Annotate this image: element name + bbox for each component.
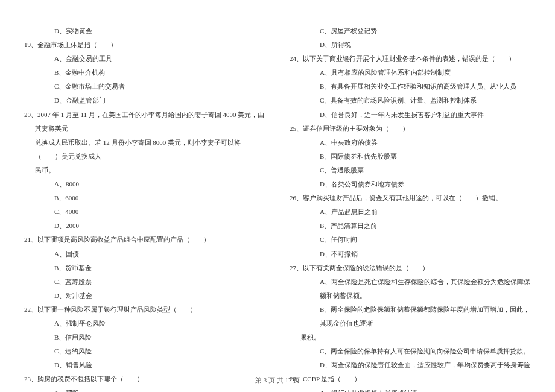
option-d: D、所得税 — [290, 38, 531, 52]
option-b: B、国际债券和优先股股票 — [290, 150, 531, 163]
option-a: A、8000 — [24, 177, 265, 191]
option-a: A、国债 — [24, 247, 265, 261]
option-b: B、两全保险的危险保额和储蓄保额都随保险年度的增加而增加，因此，其现金价值也逐渐 — [290, 303, 531, 330]
option-d: D、两全保险的保险责任较全面，适应性较广，年均保费要高于终身寿险 — [290, 358, 531, 372]
option-d: D、各类公司债券和地方债券 — [290, 177, 531, 191]
option-d: D、2000 — [24, 219, 265, 233]
option-c: C、金融市场上的交易者 — [24, 80, 265, 93]
option-b: B、产品清算日之前 — [290, 219, 531, 233]
option-b: B、货币基金 — [24, 261, 265, 275]
option-a: A、强制平仓风险 — [24, 317, 265, 330]
option-a: A、两全保险是死亡保险和生存保险的综合，其保险金额分为危险保障保额和储蓄保额。 — [290, 275, 531, 303]
question-stem: 21、以下哪项是高风险高收益产品组合中应配置的产品（ ） — [24, 233, 265, 247]
question-stem-cont: 兑换成人民币取出。若 12 月份小李寄回 8000 美元，则小李妻子可以将（ ）… — [24, 136, 265, 163]
option-b: B、金融中介机构 — [24, 66, 265, 80]
option-d: D、实物黄金 — [24, 24, 265, 38]
question-stem: 20、2007 年 1 月至 11 月，在美国工作的小李每月给国内的妻子寄回 4… — [24, 108, 265, 136]
option-d: D、销售风险 — [24, 358, 265, 372]
question-stem: 25、证券信用评级的主要对象为（ ） — [290, 122, 531, 136]
page-body: D、实物黄金 19、金融市场主体是指（ ） A、金融交易的工具 B、金融中介机构… — [0, 0, 555, 368]
question-stem: 22、以下哪一种风险不属于银行理财产品风险类型（ ） — [24, 303, 265, 317]
question-stem-cont: 民币。 — [24, 163, 265, 177]
option-c: C、两全保险的保单持有人可在保险期间向保险公司申请保单质押贷款。 — [290, 344, 531, 358]
page-footer: 第 3 页 共 17 页 — [0, 376, 555, 385]
question-stem: 27、以下有关两全保险的说法错误的是（ ） — [290, 261, 531, 275]
right-column: C、房屋产权登记费 D、所得税 24、以下关于商业银行开展个人理财业务基本条件的… — [290, 24, 531, 368]
question-stem: 19、金融市场主体是指（ ） — [24, 38, 265, 52]
option-d: D、不可撤销 — [290, 247, 531, 261]
option-a: A、契税 — [24, 386, 265, 392]
option-c: C、任何时间 — [290, 233, 531, 247]
option-c: C、蓝筹股票 — [24, 275, 265, 289]
option-b-cont: 累积。 — [290, 330, 531, 344]
option-d: D、金融监管部门 — [24, 93, 265, 107]
option-d: D、对冲基金 — [24, 289, 265, 303]
option-a: A、产品起息日之前 — [290, 205, 531, 219]
option-c: C、普通股股票 — [290, 163, 531, 177]
option-c: C、4000 — [24, 205, 265, 219]
option-b: B、有具备开展相关业务工作经验和知识的高级管理人员、从业人员 — [290, 80, 531, 93]
option-a: A、具有相应的风险管理体系和内部控制制度 — [290, 66, 531, 80]
left-column: D、实物黄金 19、金融市场主体是指（ ） A、金融交易的工具 B、金融中介机构… — [24, 24, 265, 368]
option-a: A、银行业从业资格人员资格认证 — [290, 386, 531, 392]
option-b: B、6000 — [24, 191, 265, 205]
option-a: A、金融交易的工具 — [24, 52, 265, 66]
question-stem: 24、以下关于商业银行开展个人理财业务基本条件的表述，错误的是（ ） — [290, 52, 531, 66]
option-d: D、信誉良好，近一年内未发生损害客户利益的重大事件 — [290, 108, 531, 122]
option-c: C、房屋产权登记费 — [290, 24, 531, 38]
option-c: C、具备有效的市场风险识别、计量、监测和控制体系 — [290, 93, 531, 107]
question-stem: 26、客户购买理财产品后，资金又有其他用途的，可以在（ ）撤销。 — [290, 191, 531, 205]
option-c: C、违约风险 — [24, 344, 265, 358]
option-a: A、中央政府的债券 — [290, 136, 531, 150]
option-b: B、信用风险 — [24, 330, 265, 344]
